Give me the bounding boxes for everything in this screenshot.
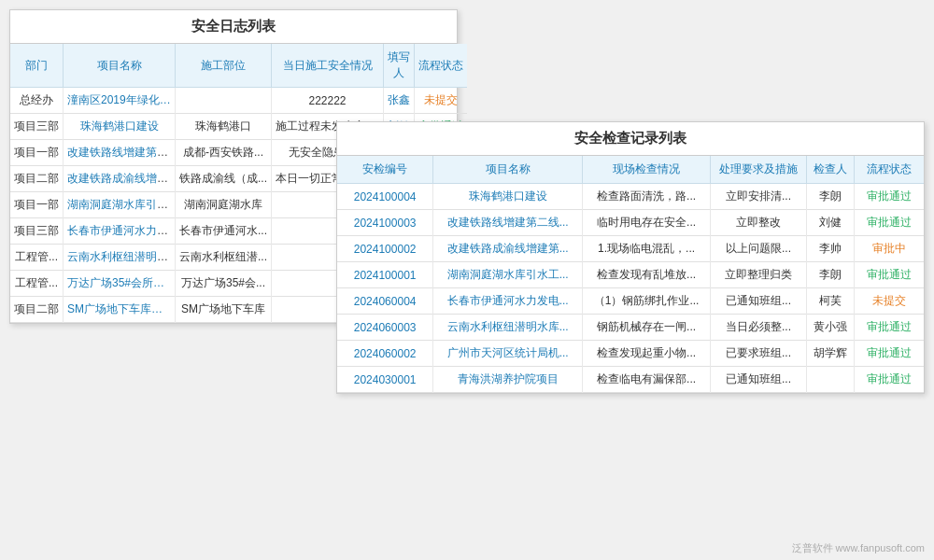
project-cell[interactable]: 广州市天河区统计局机... [433, 341, 583, 367]
left-col-situation: 当日施工安全情况 [272, 44, 384, 88]
status-cell: 审批中 [855, 236, 924, 262]
project-cell[interactable]: 改建铁路线增建第二线直... [64, 140, 176, 166]
dept-cell: 项目一部 [10, 140, 64, 166]
measures-cell: 已通知班组... [711, 288, 807, 315]
watermark: 泛普软件 www.fanpusoft.com [792, 541, 925, 555]
status-cell: 未提交 [415, 88, 468, 114]
id-cell[interactable]: 2024100001 [337, 262, 433, 288]
dept-cell: 工程管... [10, 245, 64, 271]
writer-cell[interactable]: 张鑫 [384, 88, 415, 114]
project-cell[interactable]: 改建铁路成渝线增建第二... [64, 166, 176, 192]
situation-cell: 检查路面清洗，路... [583, 184, 711, 210]
project-cell: 潼南区2019年绿化补贴项... [64, 88, 176, 114]
project-cell[interactable]: 改建铁路成渝线增建第... [433, 236, 583, 262]
project-cell[interactable]: 湖南洞庭湖水库引水工... [433, 262, 583, 288]
right-panel: 安全检查记录列表 安检编号 项目名称 现场检查情况 处理要求及措施 检查人 流程… [336, 121, 925, 394]
status-cell: 审批通过 [855, 315, 924, 341]
right-col-situation: 现场检查情况 [583, 156, 711, 184]
right-table-header-row: 安检编号 项目名称 现场检查情况 处理要求及措施 检查人 流程状态 [337, 156, 924, 184]
table-row: 2024100002改建铁路成渝线增建第...1.现场临电混乱，...以上问题限… [337, 236, 924, 262]
table-row: 2024100004珠海鹤港口建设检查路面清洗，路...立即安排清...李朗审批… [337, 184, 924, 210]
site-cell: 湖南洞庭湖水库 [176, 192, 272, 218]
site-cell: SM广场地下车库 [176, 297, 272, 323]
dept-cell: 项目一部 [10, 192, 64, 218]
measures-cell: 已通知班组... [711, 367, 807, 393]
status-cell: 审批通过 [855, 341, 924, 367]
inspector-cell: 刘健 [806, 210, 854, 236]
site-cell: 珠海鹤港口 [176, 114, 272, 140]
status-cell: 审批通过 [855, 210, 924, 236]
project-cell[interactable]: 改建铁路线增建第二线... [433, 210, 583, 236]
situation-cell: 钢筋机械存在一闸... [583, 315, 711, 341]
id-cell[interactable]: 2024060004 [337, 288, 433, 315]
project-cell[interactable]: 珠海鹤港口建设 [433, 184, 583, 210]
id-cell[interactable]: 2024030001 [337, 367, 433, 393]
situation-cell: 检查发现起重小物... [583, 341, 711, 367]
situation-cell: 临时用电存在安全... [583, 210, 711, 236]
id-cell[interactable]: 2024100003 [337, 210, 433, 236]
project-cell[interactable]: 湖南洞庭湖水库引水工程... [64, 192, 176, 218]
project-cell: 万达广场35#会所及咖啡... [64, 271, 176, 297]
site-cell: 云南水利枢纽潜... [176, 245, 272, 271]
right-table: 安检编号 项目名称 现场检查情况 处理要求及措施 检查人 流程状态 202410… [337, 156, 924, 393]
measures-cell: 立即安排清... [711, 184, 807, 210]
dept-cell: 项目三部 [10, 114, 64, 140]
inspector-cell: 胡学辉 [806, 341, 854, 367]
situation-cell: 检查发现有乱堆放... [583, 262, 711, 288]
inspector-cell: 李朗 [806, 184, 854, 210]
status-cell: 审批通过 [855, 367, 924, 393]
status-cell: 审批通过 [855, 184, 924, 210]
situation-cell: 1.现场临电混乱，... [583, 236, 711, 262]
site-cell: 长春市伊通河水... [176, 218, 272, 245]
project-cell: SM广场地下车库更换摄... [64, 297, 176, 323]
table-row: 2024100003改建铁路线增建第二线...临时用电存在安全...立即整改刘健… [337, 210, 924, 236]
project-cell[interactable]: 长春市伊通河水力发电... [433, 288, 583, 315]
site-cell: 铁路成渝线（成... [176, 166, 272, 192]
site-cell: 万达广场35#会... [176, 271, 272, 297]
id-cell[interactable]: 2024060002 [337, 341, 433, 367]
project-cell[interactable]: 长春市伊通河水力发电厂... [64, 218, 176, 245]
right-col-measures: 处理要求及措施 [711, 156, 807, 184]
left-panel-title: 安全日志列表 [10, 10, 457, 44]
right-col-inspector: 检查人 [806, 156, 854, 184]
right-col-id: 安检编号 [337, 156, 433, 184]
left-col-project: 项目名称 [64, 44, 176, 88]
measures-cell: 立即整改 [711, 210, 807, 236]
id-cell[interactable]: 2024100004 [337, 184, 433, 210]
right-col-status: 流程状态 [855, 156, 924, 184]
project-cell[interactable]: 云南水利枢纽潜明水库... [433, 315, 583, 341]
dept-cell: 项目二部 [10, 166, 64, 192]
left-col-writer: 填写人 [384, 44, 415, 88]
measures-cell: 已要求班组... [711, 341, 807, 367]
right-table-body: 2024100004珠海鹤港口建设检查路面清洗，路...立即安排清...李朗审批… [337, 184, 924, 393]
left-col-site: 施工部位 [176, 44, 272, 88]
right-panel-title: 安全检查记录列表 [337, 122, 924, 156]
project-cell[interactable]: 青海洪湖养护院项目 [433, 367, 583, 393]
table-row: 2024060004长春市伊通河水力发电...（1）钢筋绑扎作业...已通知班组… [337, 288, 924, 315]
table-row: 2024060002广州市天河区统计局机...检查发现起重小物...已要求班组.… [337, 341, 924, 367]
dept-cell: 项目二部 [10, 297, 64, 323]
measures-cell: 以上问题限... [711, 236, 807, 262]
id-cell[interactable]: 2024060003 [337, 315, 433, 341]
left-col-dept: 部门 [10, 44, 64, 88]
inspector-cell: 李朗 [806, 262, 854, 288]
status-cell: 审批通过 [855, 262, 924, 288]
right-col-project: 项目名称 [433, 156, 583, 184]
table-row: 2024060003云南水利枢纽潜明水库...钢筋机械存在一闸...当日必须整.… [337, 315, 924, 341]
site-cell [176, 88, 272, 114]
inspector-cell: 柯芙 [806, 288, 854, 315]
status-cell: 未提交 [855, 288, 924, 315]
project-cell[interactable]: 珠海鹤港口建设 [64, 114, 176, 140]
id-cell[interactable]: 2024100002 [337, 236, 433, 262]
measures-cell: 立即整理归类 [711, 262, 807, 288]
inspector-cell: 黄小强 [806, 315, 854, 341]
measures-cell: 当日必须整... [711, 315, 807, 341]
situation-cell: 检查临电有漏保部... [583, 367, 711, 393]
situation-cell: （1）钢筋绑扎作业... [583, 288, 711, 315]
inspector-cell: 李帅 [806, 236, 854, 262]
project-cell[interactable]: 云南水利枢纽潜明水库一... [64, 245, 176, 271]
table-row: 2024100001湖南洞庭湖水库引水工...检查发现有乱堆放...立即整理归类… [337, 262, 924, 288]
table-row: 总经办潼南区2019年绿化补贴项...222222张鑫未提交 [10, 88, 467, 114]
left-col-status: 流程状态 [415, 44, 468, 88]
inspector-cell [806, 367, 854, 393]
